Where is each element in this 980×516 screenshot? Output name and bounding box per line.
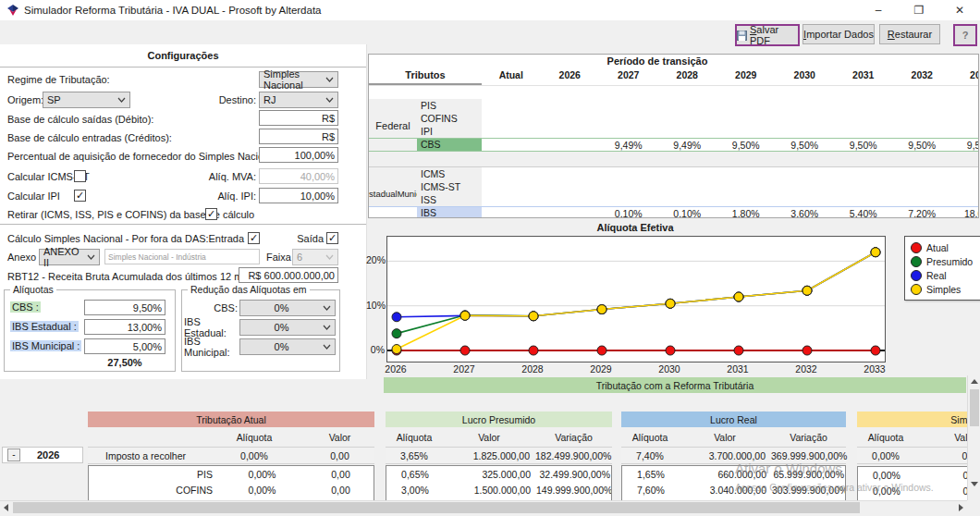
col-header: 2031 <box>834 69 893 83</box>
chevron-down-icon <box>325 254 334 260</box>
close-icon[interactable]: ✕ <box>939 0 980 20</box>
divider <box>0 67 366 68</box>
chevron-down-icon <box>117 97 126 103</box>
minimize-icon[interactable]: – <box>858 0 899 20</box>
ibs-municipal-input[interactable]: 5,00% <box>84 338 165 354</box>
reducao-ibs-municipal-select[interactable]: 0% <box>239 338 336 355</box>
presumido-col-headers: Alíquota Valor Variação <box>386 430 612 444</box>
col-valor: Valor <box>914 432 967 443</box>
legend-label: Presumido <box>926 256 973 267</box>
horizontal-scrollbar[interactable] <box>0 500 967 514</box>
import-button[interactable]: Importar Dados <box>802 24 875 44</box>
aliquotas-group: Alíquotas CBS : 9,50% IBS Estadual : 13,… <box>4 289 176 372</box>
period-header: Período de transição <box>542 55 773 67</box>
main-variacao: 369.999.900,00% <box>771 450 846 461</box>
calc-icmsst-checkbox[interactable] <box>74 170 86 182</box>
col-header: 2030 <box>776 69 835 83</box>
row-aliquota: 7,60% <box>622 485 680 496</box>
tributo-row: ICMS-ST <box>417 181 482 192</box>
entrada-checkbox[interactable] <box>248 232 260 244</box>
faixa-label: Faixa <box>266 252 291 263</box>
regime-select[interactable]: Simples Nacional <box>259 71 338 88</box>
cbs-value: 9,49% <box>658 140 717 151</box>
chart-legend: Atual Presumido Real Simples <box>904 236 980 301</box>
simples-header: Simples <box>857 412 967 427</box>
scroll-left-icon[interactable] <box>4 504 8 511</box>
saida-checkbox[interactable] <box>326 232 338 244</box>
y-tick-label: 20% <box>366 254 385 265</box>
ibs-value <box>482 208 541 219</box>
aliq-ipi-label: Alíq. IPI: <box>217 190 256 202</box>
cbs-row-label: CBS <box>417 139 482 151</box>
presumido-sub-table: 0,65% 325.000,00 32.499.900,00% 3,00% 1.… <box>386 465 612 500</box>
col-header: 2033 <box>951 69 979 83</box>
legend-label: Real <box>926 270 947 281</box>
col-valor: Valor <box>443 432 535 443</box>
legend-item: Simples <box>911 282 977 296</box>
reducao-cbs-value: 0% <box>244 302 319 313</box>
retirar-checkbox[interactable] <box>205 208 217 220</box>
legend-dot-atual <box>911 242 922 253</box>
origem-select[interactable]: SP <box>43 92 130 108</box>
maximize-icon[interactable]: ❐ <box>899 0 939 20</box>
main-aliquota: 0,00% <box>857 450 914 461</box>
calc-ipi-checkbox[interactable] <box>74 190 86 202</box>
rbt12-label: RBT12 - Receita Bruta Acumulada dos últi… <box>7 271 267 282</box>
table-row: PIS 0,00% 0,00 <box>89 466 374 482</box>
anexo-select[interactable]: ANEXO II <box>39 249 100 265</box>
chart-plot <box>386 236 886 362</box>
base-saidas-label: Base de cálculo saídas (Débito): <box>7 114 153 125</box>
real-header: Lucro Real <box>621 412 846 427</box>
reducao-cbs-select[interactable]: 0% <box>239 300 336 316</box>
scroll-down-icon[interactable] <box>971 482 978 486</box>
col-header: 2028 <box>658 69 717 83</box>
restore-button[interactable]: Restaurar <box>879 24 940 44</box>
transition-table: Período de transição Tributos Atual 2026… <box>368 54 979 218</box>
chevron-down-icon <box>323 325 331 330</box>
cbs-value: 9,50% <box>776 140 835 151</box>
col-valor: Valor <box>679 432 771 443</box>
vertical-scrollbar-thumb[interactable] <box>970 389 979 426</box>
x-tick-label: 2030 <box>654 363 685 375</box>
save-pdf-button[interactable]: Salvar PDF <box>735 24 800 46</box>
chevron-down-icon <box>323 305 331 311</box>
entrada-label: Entrada <box>208 233 244 244</box>
faixa-select: 6 <box>292 249 338 265</box>
collapse-button[interactable]: - <box>7 448 20 461</box>
col-header: Atual <box>482 69 541 83</box>
ibs-value: 18,00% <box>951 208 979 219</box>
percentual-input[interactable]: 100,00% <box>259 147 338 163</box>
help-button[interactable]: ? <box>953 24 977 46</box>
tributo-row: IPI <box>417 126 482 137</box>
vertical-scrollbar[interactable] <box>967 375 980 500</box>
scroll-right-icon[interactable] <box>959 504 963 511</box>
ibs-estadual-input[interactable]: 13,00% <box>84 319 165 335</box>
anexo-value: ANEXO II <box>43 246 83 268</box>
tributo-row: ICMS <box>417 168 482 179</box>
scroll-up-icon[interactable] <box>971 379 978 384</box>
x-tick-label: 2029 <box>585 363 617 375</box>
legend-label: Atual <box>926 242 949 253</box>
help-label: ? <box>962 30 969 41</box>
cbs-row: CBS 9,49% 9,49% 9,50% 9,50% 9,50% 9,50% … <box>369 138 979 152</box>
cbs-input[interactable]: 9,50% <box>84 300 165 315</box>
faixa-value: 6 <box>297 252 302 263</box>
retirar-label: Retirar (ICMS, ISS, PIS e COFINS) da bas… <box>7 209 254 220</box>
base-entradas-input[interactable]: R$ 10.000.000,00 <box>259 129 338 144</box>
main-valor: 3.700.000,00 <box>679 450 771 461</box>
reducao-ibs-estadual-select[interactable]: 0% <box>239 319 336 336</box>
simples-section-label: Cálculo Simples Nacional - Por fora da D… <box>7 233 209 244</box>
aliq-ipi-input[interactable]: 10,00% <box>259 188 338 203</box>
row-aliquota: 0,65% <box>386 469 444 480</box>
destino-select[interactable]: RJ <box>259 92 338 108</box>
regime-value: Simples Nacional <box>263 68 322 91</box>
atual-col-headers: Alíquota Valor <box>88 430 374 444</box>
row-valor: 1.500.000,00 <box>444 485 536 496</box>
presumido-main-row: 3,65% 1.825.000,00 182.499.900,00% <box>386 447 612 464</box>
row-aliquota: 0,00% <box>218 485 306 496</box>
ibs-value: 7,20% <box>893 208 952 219</box>
rbt12-input[interactable]: R$ 600.000.000,00 <box>239 267 338 283</box>
cbs-value: 9,49% <box>599 140 658 151</box>
horizontal-scrollbar-thumb[interactable] <box>13 502 860 513</box>
base-saidas-input[interactable]: R$ 50.000.000,00 <box>259 110 338 126</box>
